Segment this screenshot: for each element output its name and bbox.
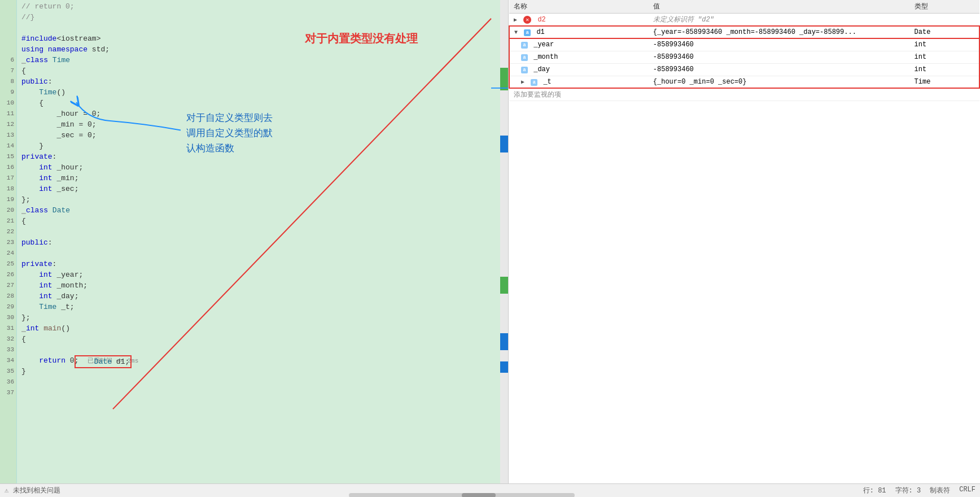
code-line: { <box>21 334 496 345</box>
var-value: {_hour=0 _min=0 _sec=0} <box>649 76 910 88</box>
code-line: { <box>21 98 496 108</box>
var-name-text: _year <box>533 41 554 49</box>
col-value: 值 <box>649 0 910 14</box>
code-line: }; <box>21 312 496 323</box>
code-panel: 6 7 8 9 10 11 12 13 14 15 16 17 18 19 20… <box>0 0 508 483</box>
line-numbers: 6 7 8 9 10 11 12 13 14 15 16 17 18 19 20… <box>0 0 17 483</box>
status-bar: ⚠ 未找到相关问题 行: 81 字符: 3 制表符 CRLF <box>0 483 980 497</box>
code-line: _hour = 0; <box>21 108 496 119</box>
var-type: int <box>910 51 979 63</box>
var-icon: a <box>524 29 531 36</box>
var-name: a _year <box>509 38 649 51</box>
watch-table: 名称 值 类型 ▶ ✕ d2 <box>509 0 980 101</box>
var-type <box>910 14 979 27</box>
encoding-indicator: 制表符 <box>930 486 950 495</box>
code-area: 6 7 8 9 10 11 12 13 14 15 16 17 18 19 20… <box>0 0 500 483</box>
code-line: int _hour; <box>21 162 496 173</box>
code-line: { <box>21 66 496 76</box>
var-type: int <box>910 38 979 51</box>
var-value: -858993460 <box>649 63 910 76</box>
var-icon: a <box>531 79 537 86</box>
var-icon: a <box>521 42 528 49</box>
code-line <box>21 226 496 237</box>
var-name: a _day <box>509 63 649 76</box>
var-value: -858993460 <box>649 38 910 51</box>
var-value: {_year=-858993460 _month=-858993460 _day… <box>649 26 910 38</box>
code-line: private: <box>21 259 496 269</box>
code-line: }; <box>21 194 496 205</box>
line-ending-indicator: CRLF <box>959 486 975 495</box>
debug-panel: 名称 值 类型 ▶ ✕ d2 <box>508 0 980 483</box>
code-scrollbar[interactable] <box>500 0 508 483</box>
var-name: a _month <box>509 51 649 63</box>
table-row: ▼ a d1 {_year=-858993460 _month=-8589934… <box>509 26 979 38</box>
var-value: 未定义标识符 "d2" <box>649 14 910 27</box>
var-name: ▼ a d1 <box>509 26 649 38</box>
code-line: _sec = 0; <box>21 130 496 141</box>
code-line: #include<iostream> <box>21 33 496 44</box>
code-line: ⎯int main() <box>21 323 496 334</box>
error-icon: ✕ <box>523 16 531 24</box>
var-name-text: d1 <box>536 28 544 36</box>
code-line: int _min; <box>21 173 496 184</box>
code-line: ⎯class Time <box>21 55 496 66</box>
var-type: Date <box>910 26 979 38</box>
var-name: ▶ a _t <box>509 76 649 88</box>
row-indicator: 行: 81 <box>863 486 886 495</box>
add-watch-label[interactable]: 添加要监视的项 <box>509 88 979 101</box>
var-value: -858993460 <box>649 51 910 63</box>
var-name: ▶ ✕ d2 <box>509 14 649 27</box>
var-name-text: d2 <box>537 16 545 24</box>
code-line: private: <box>21 151 496 162</box>
var-name-text: _t <box>543 78 551 86</box>
code-line: public: <box>21 76 496 87</box>
code-line: Time() <box>21 87 496 98</box>
code-line: public: <box>21 237 496 248</box>
code-line: int _year; <box>21 269 496 280</box>
var-icon: a <box>521 67 528 73</box>
col-name: 名称 <box>509 0 649 14</box>
table-header: 名称 值 类型 <box>509 0 979 14</box>
scrollbar-thumb <box>462 493 496 498</box>
var-icon: a <box>521 54 528 61</box>
add-watch-row[interactable]: 添加要监视的项 <box>509 88 979 101</box>
code-line: Date d1; <box>21 345 496 355</box>
var-type: int <box>910 63 979 76</box>
table-row: ▶ a _t {_hour=0 _min=0 _sec=0} Time <box>509 76 979 88</box>
code-line: //} <box>21 12 496 23</box>
code-line: int _sec; <box>21 184 496 194</box>
problems-text: 未找到相关问题 <box>13 486 60 495</box>
main-container: 6 7 8 9 10 11 12 13 14 15 16 17 18 19 20… <box>0 0 980 483</box>
code-line: int _day; <box>21 291 496 302</box>
code-line <box>21 248 496 259</box>
code-line: using namespace std; <box>21 44 496 55</box>
table-row: ▶ ✕ d2 未定义标识符 "d2" <box>509 14 979 27</box>
code-line: } <box>21 141 496 151</box>
table-row: a _year -858993460 int <box>509 38 979 51</box>
col-indicator: 字符: 3 <box>895 486 921 495</box>
code-line: // return 0; <box>21 1 496 12</box>
code-line: Time _t; <box>21 302 496 312</box>
table-row: a _day -858993460 int <box>509 63 979 76</box>
code-line: ⎯class Date <box>21 205 496 216</box>
var-name-text: _day <box>533 66 550 73</box>
code-content: // return 0; //} #include<iostream> usin… <box>17 0 500 483</box>
var-name-text: _month <box>533 53 558 61</box>
code-line <box>21 23 496 33</box>
var-type: Time <box>910 76 979 88</box>
status-icon: ⚠ <box>5 486 8 495</box>
scrollbar-h[interactable] <box>349 493 575 498</box>
code-line: int _month; <box>21 280 496 291</box>
code-line: _min = 0; <box>21 119 496 130</box>
code-line: { <box>21 216 496 226</box>
table-row: a _month -858993460 int <box>509 51 979 63</box>
col-type: 类型 <box>910 0 979 14</box>
